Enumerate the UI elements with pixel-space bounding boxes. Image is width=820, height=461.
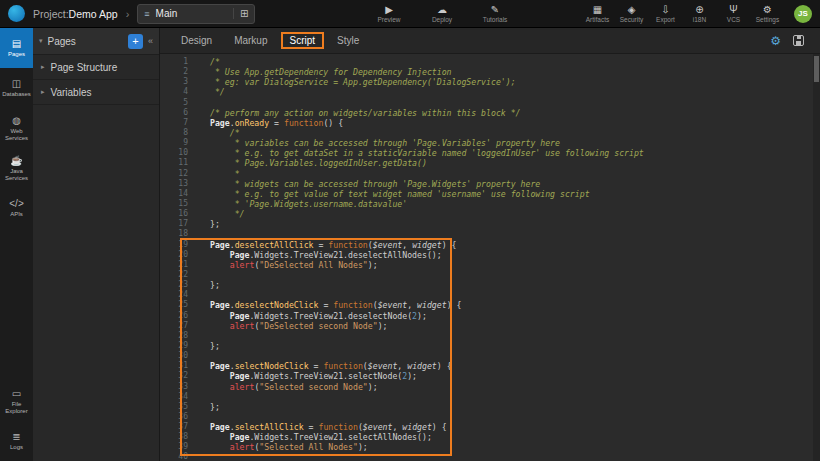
logs-icon: ≣ — [12, 431, 20, 442]
sidebar-item-pages[interactable]: ▤ Pages — [0, 28, 33, 68]
editor-column: Design Markup Script Style ⚙ 12345678910… — [160, 28, 820, 461]
preview-icon: ▶ — [385, 4, 393, 15]
code-lines[interactable]: /* * Use App.getDependency for Dependenc… — [204, 54, 820, 461]
line-number-gutter: 1234567891011121314151617181920212223242… — [160, 54, 204, 461]
wavemaker-logo[interactable] — [8, 5, 25, 22]
java-services-label: Java Services — [0, 168, 33, 181]
breadcrumb-chevron-icon: › — [126, 8, 130, 20]
sidebar-item-apis[interactable]: </> APIs — [0, 188, 33, 228]
i18n-label: i18N — [693, 16, 706, 23]
databases-label: Databases — [2, 91, 31, 98]
page-structure-label: Page Structure — [51, 62, 118, 73]
tabbar-actions: ⚙ — [770, 34, 808, 48]
page-menu-icon: ≡ — [144, 9, 149, 19]
topbar: Project:Demo App › ≡ Main ⊞ ▶ Preview ☁ … — [0, 0, 820, 28]
preview-button[interactable]: ▶ Preview — [376, 4, 403, 23]
tutorials-icon: ✎ — [491, 4, 499, 15]
security-label: Security — [620, 16, 643, 23]
folder-icon: ▭ — [12, 388, 21, 399]
project-title: Project:Demo App — [33, 8, 118, 20]
settings-label: Settings — [756, 16, 780, 23]
pages-icon: ▤ — [12, 38, 21, 49]
sidebar-item-java-services[interactable]: ☕ Java Services — [0, 148, 33, 188]
scrollbar-thumb[interactable] — [814, 56, 819, 82]
tab-design[interactable]: Design — [172, 32, 221, 49]
page-selector[interactable]: ≡ Main ⊞ — [137, 4, 255, 24]
deploy-button[interactable]: ☁ Deploy — [429, 4, 456, 23]
settings-button[interactable]: ⚙ Settings — [754, 4, 781, 23]
topbar-right: ▦ Artifacts ◈ Security ⇩ Export ⊕ i18N Ψ… — [584, 4, 812, 23]
deploy-icon: ☁ — [437, 4, 447, 15]
web-services-icon: ◍ — [12, 115, 21, 126]
pages-panel-header: ▾ Pages + « — [33, 28, 159, 55]
pages-label: Pages — [8, 51, 25, 58]
vcs-button[interactable]: Ψ VCS — [720, 4, 747, 23]
sidebar-item-logs[interactable]: ≣ Logs — [0, 421, 33, 461]
collapse-panel-icon[interactable]: « — [148, 36, 153, 46]
file-explorer-label: File Explorer — [0, 401, 33, 414]
artifacts-button[interactable]: ▦ Artifacts — [584, 4, 611, 23]
topbar-center: ▶ Preview ☁ Deploy ✎ Tutorials — [300, 4, 584, 23]
layout-grid-icon[interactable]: ⊞ — [233, 8, 248, 19]
export-label: Export — [656, 16, 675, 23]
topbar-left: Project:Demo App › ≡ Main ⊞ — [8, 4, 300, 24]
left-iconbar: ▤ Pages ◫ Databases ◍ Web Services ☕ Jav… — [0, 28, 33, 461]
sidebar-item-web-services[interactable]: ◍ Web Services — [0, 108, 33, 148]
wavemaker-studio: Project:Demo App › ≡ Main ⊞ ▶ Preview ☁ … — [0, 0, 820, 461]
user-avatar[interactable]: JS — [794, 5, 812, 23]
globe-icon: ⊕ — [695, 4, 703, 15]
add-page-button[interactable]: + — [128, 34, 143, 49]
save-icon[interactable] — [793, 35, 804, 46]
tutorials-button[interactable]: ✎ Tutorials — [482, 4, 509, 23]
export-icon: ⇩ — [661, 4, 669, 15]
editor-scrollbar[interactable] — [813, 54, 820, 461]
project-name: Demo App — [69, 8, 118, 20]
tutorials-label: Tutorials — [483, 16, 508, 23]
deploy-label: Deploy — [432, 16, 452, 23]
artifacts-icon: ▦ — [593, 4, 602, 15]
tab-style[interactable]: Style — [328, 32, 368, 49]
tab-script[interactable]: Script — [281, 32, 325, 49]
i18n-button[interactable]: ⊕ i18N — [686, 4, 713, 23]
gear-icon: ⚙ — [763, 4, 772, 15]
web-services-label: Web Services — [0, 128, 33, 141]
artifacts-label: Artifacts — [586, 16, 609, 23]
branch-icon: Ψ — [729, 4, 737, 15]
vcs-label: VCS — [727, 16, 740, 23]
sidebar-item-databases[interactable]: ◫ Databases — [0, 68, 33, 108]
export-button[interactable]: ⇩ Export — [652, 4, 679, 23]
page-selector-value: Main — [156, 8, 178, 19]
editor-tabbar: Design Markup Script Style ⚙ — [160, 28, 820, 54]
database-icon: ◫ — [12, 78, 21, 89]
chevron-down-icon[interactable]: ▾ — [39, 37, 43, 45]
api-icon: </> — [9, 198, 23, 209]
tab-markup[interactable]: Markup — [225, 32, 276, 49]
iconbar-spacer — [0, 228, 33, 381]
preview-label: Preview — [377, 16, 400, 23]
sidebar-item-file-explorer[interactable]: ▭ File Explorer — [0, 381, 33, 421]
panel-item-page-structure[interactable]: ▸ Page Structure — [33, 55, 159, 80]
security-button[interactable]: ◈ Security — [618, 4, 645, 23]
chevron-right-icon: ▸ — [41, 88, 45, 96]
variables-label: Variables — [51, 87, 92, 98]
chevron-right-icon: ▸ — [41, 63, 45, 71]
shield-icon: ◈ — [628, 4, 636, 15]
coffee-icon: ☕ — [10, 155, 22, 166]
panel-item-variables[interactable]: ▸ Variables — [33, 80, 159, 105]
script-editor[interactable]: 1234567891011121314151617181920212223242… — [160, 54, 820, 461]
logs-label: Logs — [10, 444, 23, 451]
editor-settings-gear-icon[interactable]: ⚙ — [770, 34, 781, 48]
apis-label: APIs — [10, 211, 23, 218]
pages-panel: ▾ Pages + « ▸ Page Structure ▸ Variables — [33, 28, 160, 461]
main-row: ▤ Pages ◫ Databases ◍ Web Services ☕ Jav… — [0, 28, 820, 461]
project-label: Project: — [33, 8, 69, 20]
panel-title: Pages — [48, 36, 76, 47]
